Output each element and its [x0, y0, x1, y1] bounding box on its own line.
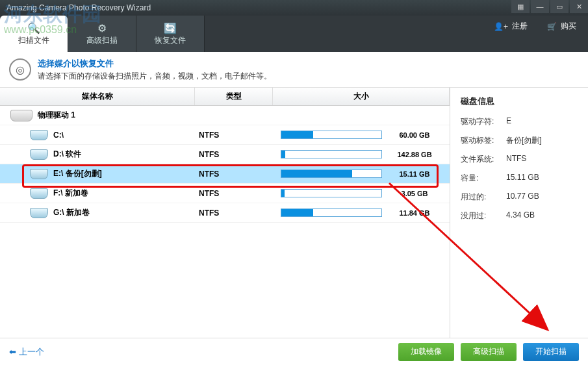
advanced-scan-button[interactable]: 高级扫描: [461, 343, 517, 361]
tab-scan-files[interactable]: 🔍 扫描文件: [0, 16, 68, 52]
arrow-left-icon: ⬅: [9, 347, 16, 357]
drive-list: 媒体名称 类型 大小 物理驱动 1 C:\NTFS60.00 GBD:\ 软件N…: [0, 88, 450, 341]
banner-title: 选择媒介以恢复文件: [38, 58, 272, 69]
drive-type: NTFS: [195, 131, 273, 140]
drive-row[interactable]: C:\NTFS60.00 GB: [0, 125, 450, 145]
info-free: 4.34 GB: [506, 210, 535, 221]
drive-row[interactable]: D:\ 软件NTFS142.88 GB: [0, 145, 450, 164]
drive-icon: [30, 208, 48, 218]
col-type: 类型: [195, 88, 273, 105]
target-icon: ◎: [9, 58, 31, 81]
info-fs: NTFS: [506, 154, 526, 165]
cart-icon: 🛒: [547, 22, 557, 31]
tab-recover-files[interactable]: 🔄 恢复文件: [136, 16, 205, 52]
load-image-button[interactable]: 加载镜像: [398, 343, 454, 361]
info-heading: 磁盘信息: [461, 95, 588, 107]
banner-subtitle: 请选择下面的存储设备扫描照片，音频，视频，文档，电子邮件等。: [38, 71, 272, 82]
info-tag: 备份[勿删]: [506, 135, 542, 146]
usage-bar: [281, 170, 382, 178]
drive-name: D:\ 软件: [53, 149, 81, 160]
toolbar-right: 👤+ 注册 🛒 购买: [494, 21, 576, 32]
usage-bar: [281, 189, 382, 197]
drive-type: NTFS: [195, 150, 273, 159]
drive-type: NTFS: [195, 189, 273, 198]
info-cap: 15.11 GB: [506, 173, 539, 184]
banner-text: 选择媒介以恢复文件 请选择下面的存储设备扫描照片，音频，视频，文档，电子邮件等。: [38, 58, 272, 82]
usage-bar: [281, 208, 382, 217]
minimize-button[interactable]: —: [531, 0, 549, 13]
tab-label: 高级扫描: [86, 35, 118, 46]
col-size: 大小: [273, 88, 450, 105]
tab-advanced-scan[interactable]: ⚙ 高级扫描: [68, 16, 136, 52]
drive-row[interactable]: F:\ 新加卷NTFS3.05 GB: [0, 184, 450, 203]
col-name: 媒体名称: [0, 88, 195, 105]
info-used: 10.77 GB: [506, 192, 539, 203]
magnifier-icon: 🔍: [27, 22, 41, 35]
drive-size: 3.05 GB: [387, 190, 442, 197]
drive-size: 15.11 GB: [387, 170, 442, 178]
content: 媒体名称 类型 大小 物理驱动 1 C:\NTFS60.00 GBD:\ 软件N…: [0, 88, 588, 341]
toolbar: 🔍 扫描文件 ⚙ 高级扫描 🔄 恢复文件 👤+ 注册 🛒 购买: [0, 16, 588, 52]
app-title: Amazing Camera Photo Recovery Wizard: [6, 3, 151, 12]
register-link[interactable]: 👤+ 注册: [494, 21, 528, 32]
start-scan-button[interactable]: 开始扫描: [523, 343, 579, 361]
footer: ⬅ 上一个 加载镜像 高级扫描 开始扫描: [0, 338, 588, 365]
close-button[interactable]: ✕: [570, 0, 588, 13]
drive-icon: [30, 188, 48, 199]
banner: ◎ 选择媒介以恢复文件 请选择下面的存储设备扫描照片，音频，视频，文档，电子邮件…: [0, 52, 588, 88]
usage-bar: [281, 150, 382, 158]
window-buttons: ▦ — ▭ ✕: [510, 0, 588, 13]
physical-drive-row[interactable]: 物理驱动 1: [0, 106, 450, 125]
drive-icon: [30, 149, 48, 160]
maximize-button[interactable]: ▭: [550, 0, 569, 13]
drive-icon: [30, 169, 48, 179]
disk-info-panel: 磁盘信息 驱动字符:E 驱动标签:备份[勿删] 文件系统:NTFS 容量:15.…: [450, 88, 588, 341]
table-header: 媒体名称 类型 大小: [0, 88, 450, 106]
refresh-icon: 🔄: [163, 22, 177, 35]
drive-name: G:\ 新加卷: [53, 207, 90, 218]
titlebar: Amazing Camera Photo Recovery Wizard ▦ —…: [0, 0, 588, 16]
gear-icon: ⚙: [95, 22, 109, 35]
drive-icon: [30, 130, 48, 140]
drive-row[interactable]: G:\ 新加卷NTFS11.84 GB: [0, 203, 450, 223]
drive-type: NTFS: [195, 208, 273, 218]
info-letter: E: [506, 116, 511, 127]
footer-buttons: 加载镜像 高级扫描 开始扫描: [398, 343, 579, 361]
drive-size: 142.88 GB: [387, 151, 442, 158]
back-button[interactable]: ⬅ 上一个: [9, 346, 44, 358]
buy-link[interactable]: 🛒 购买: [547, 21, 576, 32]
user-plus-icon: 👤+: [494, 22, 508, 31]
drive-row[interactable]: E:\ 备份[勿删]NTFS15.11 GB: [0, 164, 450, 184]
drive-name: E:\ 备份[勿删]: [53, 168, 102, 179]
settings-icon[interactable]: ▦: [511, 0, 530, 13]
tab-label: 恢复文件: [155, 35, 186, 46]
drive-type: NTFS: [195, 170, 273, 179]
drive-name: C:\: [53, 131, 64, 140]
drive-size: 11.84 GB: [387, 209, 442, 217]
tab-label: 扫描文件: [18, 35, 49, 46]
drive-size: 60.00 GB: [387, 131, 442, 139]
usage-bar: [281, 131, 382, 139]
physical-disk-icon: [10, 110, 32, 121]
drive-name: F:\ 新加卷: [53, 188, 88, 199]
